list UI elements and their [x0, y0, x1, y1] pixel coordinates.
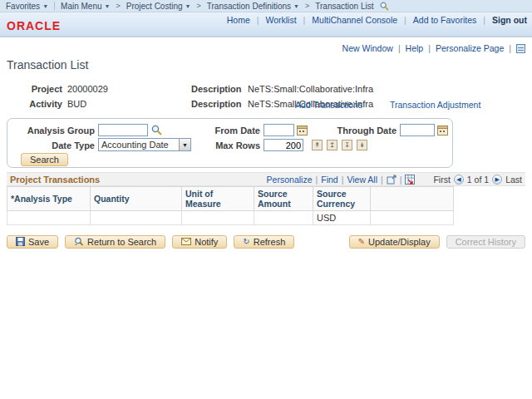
table-row: USD: [7, 211, 454, 225]
pager-position: 1 of 1: [467, 175, 489, 185]
update-display-label: Update/Display: [368, 237, 431, 247]
return-to-search-button[interactable]: Return to Search: [65, 235, 165, 249]
date-type-value: Accounting Date: [99, 140, 179, 150]
correct-history-button: Correct History: [446, 235, 525, 249]
personalize-link[interactable]: Personalize: [267, 175, 313, 185]
help-link[interactable]: Help: [406, 43, 424, 53]
search-button[interactable]: Search: [21, 153, 68, 166]
return-to-search-label: Return to Search: [87, 237, 156, 247]
update-display-button[interactable]: ✎ Update/Display: [349, 235, 440, 249]
table-header-row: *Analysis Type Quantity Unit of Measure …: [7, 187, 454, 211]
breadcrumb-search-icon[interactable]: [380, 2, 389, 11]
breadcrumb-transaction-list[interactable]: Transaction List: [315, 2, 373, 11]
project-label: Project: [7, 84, 62, 94]
max-rows-label: Max Rows: [207, 140, 260, 150]
divider: |: [342, 175, 344, 185]
col-analysis-type: *Analysis Type: [7, 187, 91, 211]
project-info: Project 20000029 Description NeTS:Small:…: [7, 81, 532, 111]
scroll-up-icon[interactable]: ↥: [327, 140, 337, 150]
update-display-pencil-icon: ✎: [358, 238, 365, 246]
nav-worklist[interactable]: Worklist: [265, 15, 296, 25]
breadcrumb-transaction-list-label: Transaction List: [315, 2, 373, 11]
max-rows-input[interactable]: [264, 139, 303, 151]
chevron-down-icon: ▼: [293, 3, 299, 9]
nav-multichannel-console[interactable]: MultiChannel Console: [312, 15, 397, 25]
notify-button[interactable]: Notify: [172, 235, 227, 249]
transactions-table: *Analysis Type Quantity Unit of Measure …: [7, 186, 454, 225]
chevron-down-icon: ▼: [185, 3, 191, 9]
breadcrumb-transaction-definitions[interactable]: Transaction Definitions ▼: [207, 2, 299, 11]
chevron-down-icon: ▼: [42, 3, 48, 9]
cell-analysis-type[interactable]: [7, 211, 91, 225]
divider: |: [400, 175, 402, 185]
return-to-search-icon: [74, 237, 84, 248]
cell-source-amount[interactable]: [254, 211, 313, 225]
activity-label: Activity: [7, 99, 62, 109]
refresh-button[interactable]: ↻ Refresh: [234, 235, 294, 249]
cell-quantity[interactable]: [91, 211, 182, 225]
breadcrumb-separator: >: [116, 2, 120, 10]
transaction-adjustment-link[interactable]: Transaction Adjustment: [390, 100, 480, 110]
date-type-select[interactable]: Accounting Date ▼: [98, 138, 191, 151]
cell-unit-of-measure[interactable]: [182, 211, 254, 225]
save-label: Save: [28, 237, 49, 247]
correct-history-label: Correct History: [456, 237, 516, 247]
divider: |: [303, 15, 306, 25]
through-date-input[interactable]: [400, 124, 435, 136]
personalize-page-link[interactable]: Personalize Page: [436, 43, 504, 53]
breadcrumb-separator: >: [305, 2, 309, 10]
calendar-icon[interactable]: [437, 125, 448, 135]
breadcrumb-favorites[interactable]: Favorites ▼: [6, 2, 48, 11]
col-unit-of-measure: Unit of Measure: [182, 187, 254, 211]
col-source-amount: Source Amount: [254, 187, 313, 211]
divider: |: [404, 15, 406, 25]
pager-last-label: Last: [505, 175, 522, 185]
personalize-layout-icon[interactable]: [516, 44, 525, 53]
breadcrumb-project-costing[interactable]: Project Costing ▼: [126, 2, 191, 11]
page-utility-links: New Window | Help | Personalize Page |: [0, 37, 532, 53]
divider: |: [483, 15, 485, 25]
download-to-excel-icon[interactable]: [405, 175, 415, 185]
new-window-link[interactable]: New Window: [342, 43, 393, 53]
masthead: ORACLE Home | Worklist | MultiChannel Co…: [0, 12, 532, 37]
project-description: NeTS:Small:Collaborative:Infra: [243, 84, 373, 94]
add-transactions-link[interactable]: Add Transactions: [295, 100, 362, 110]
divider: |: [509, 43, 511, 53]
breadcrumb-main-menu[interactable]: Main Menu ▼: [61, 2, 110, 11]
cell-source-currency: USD: [313, 211, 371, 225]
zoom-grid-icon[interactable]: [387, 175, 397, 185]
chevron-down-icon: ▼: [105, 3, 111, 9]
from-date-input[interactable]: [264, 124, 294, 136]
date-type-label: Date Type: [11, 140, 95, 150]
project-row: Project 20000029 Description NeTS:Small:…: [7, 81, 532, 96]
divider: |: [381, 175, 383, 185]
analysis-group-input[interactable]: [98, 124, 148, 136]
pager-previous-icon[interactable]: ◀: [454, 175, 464, 185]
from-date-label: From Date: [207, 126, 260, 135]
view-all-link[interactable]: View All: [347, 175, 377, 185]
header-links: Home | Worklist | MultiChannel Console |…: [227, 15, 527, 25]
divider: |: [315, 175, 318, 185]
nav-home[interactable]: Home: [227, 15, 250, 25]
scroll-top-icon[interactable]: ↟: [312, 140, 323, 150]
pager-first-label: First: [433, 175, 450, 185]
nav-add-to-favorites[interactable]: Add to Favorites: [413, 15, 476, 25]
search-form: Analysis Group From Date Through Date Da…: [7, 118, 453, 168]
refresh-label: Refresh: [254, 237, 286, 247]
notify-envelope-icon: [181, 238, 191, 247]
sign-out-link[interactable]: Sign out: [492, 15, 527, 25]
toolbar-right-group: ✎ Update/Display Correct History: [349, 235, 525, 249]
calendar-icon[interactable]: [297, 125, 308, 135]
lookup-icon[interactable]: [151, 125, 162, 135]
breadcrumb: Favorites ▼ Main Menu ▼ > Project Costin…: [0, 0, 532, 12]
grid-title: Project Transactions: [10, 175, 100, 185]
breadcrumb-project-costing-label: Project Costing: [126, 2, 183, 11]
save-button[interactable]: Save: [7, 235, 58, 249]
scroll-down-icon[interactable]: ↧: [342, 140, 352, 150]
scroll-bottom-icon[interactable]: ↡: [357, 140, 367, 150]
description-label: Description: [191, 99, 243, 109]
find-link[interactable]: Find: [321, 175, 337, 185]
pager-next-icon[interactable]: ▶: [492, 175, 502, 185]
divider: |: [428, 43, 431, 53]
through-date-label: Through Date: [333, 126, 397, 135]
